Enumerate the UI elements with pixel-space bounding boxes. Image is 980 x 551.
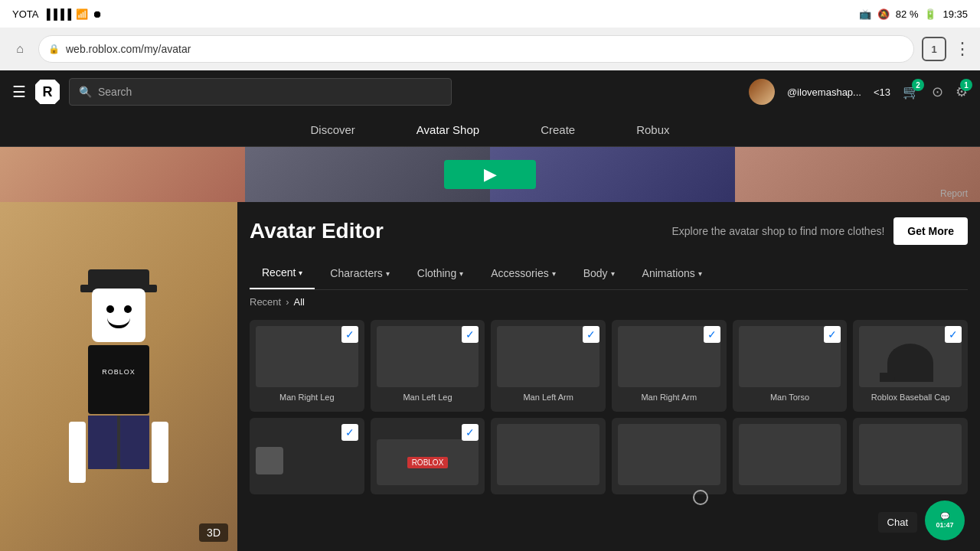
item-checkbox-r2-0[interactable]: ✓ [341, 424, 358, 441]
items-grid: ✓ Man Right Leg ✓ Man Left Leg ✓ Man Lef… [250, 320, 968, 412]
item-man-torso[interactable]: ✓ Man Torso [733, 320, 848, 412]
tab-animations[interactable]: Animations ▾ [630, 260, 714, 289]
browser-chrome: ⌂ 🔒 web.roblox.com/my/avatar 1 ⋮ [0, 28, 980, 70]
item-row2-4[interactable] [733, 418, 848, 494]
nav-create[interactable]: Create [541, 123, 575, 136]
item-checkbox-5[interactable]: ✓ [945, 326, 962, 343]
carrier-label: YOTA [12, 8, 38, 20]
avatar-character: ROBLOX [50, 269, 188, 484]
status-left: YOTA ▐▐▐▐ 📶 ⏺ [12, 8, 103, 20]
hamburger-menu[interactable]: ☰ [12, 83, 26, 101]
time-label: 19:35 [942, 8, 968, 20]
editor-panel: Avatar Editor Explore the avatar shop to… [237, 202, 980, 551]
chat-time: 01:47 [936, 521, 953, 529]
battery-icon: 🔋 [924, 8, 936, 20]
item-row2-1[interactable]: ✓ ROBLOX [371, 418, 485, 494]
play-button[interactable]: ▶ [444, 160, 536, 189]
item-label-3: Man Right Arm [618, 392, 720, 403]
tab-animations-label: Animations [642, 267, 695, 279]
explore-text: Explore the avatar shop to find more clo… [671, 225, 884, 237]
item-row2-2[interactable] [491, 418, 606, 494]
item-preview-r2-3 [618, 424, 720, 485]
item-row2-0[interactable]: ✓ [250, 418, 364, 494]
menu-dots-button[interactable]: ⋮ [954, 39, 971, 59]
item-checkbox-3[interactable]: ✓ [704, 326, 720, 343]
play-icon: ▶ [484, 165, 497, 184]
battery-label: 82 % [896, 8, 919, 20]
item-checkbox-r2-1[interactable]: ✓ [462, 424, 479, 441]
item-label-0: Man Right Leg [256, 392, 358, 403]
avatar-image [749, 79, 775, 105]
item-man-left-arm[interactable]: ✓ Man Left Arm [491, 320, 606, 412]
item-checkbox-0[interactable]: ✓ [341, 326, 358, 343]
status-bar: YOTA ▐▐▐▐ 📶 ⏺ 📺 🔕 82 % 🔋 19:35 [0, 0, 980, 28]
tab-recent-chevron: ▾ [299, 269, 302, 277]
face-smile [107, 318, 130, 328]
item-tag-r2-1: ROBLOX [407, 457, 449, 468]
item-preview-r2-5 [859, 424, 962, 485]
settings-badge: 1 [960, 79, 972, 91]
report-label[interactable]: Report [940, 188, 968, 199]
char-torso-wrapper: ROBLOX [50, 345, 188, 414]
user-avatar[interactable] [749, 79, 775, 105]
character-body: ROBLOX [88, 345, 149, 414]
cast-icon: 📺 [859, 8, 871, 20]
tab-characters-chevron: ▾ [386, 269, 390, 278]
char-arm-left [69, 422, 86, 483]
nav-robux[interactable]: Robux [636, 123, 669, 136]
item-man-left-leg[interactable]: ✓ Man Left Leg [371, 320, 485, 412]
tab-characters[interactable]: Characters ▾ [318, 260, 401, 289]
banner: ▶ Report [0, 147, 980, 202]
item-row2-5[interactable] [853, 418, 968, 494]
item-checkbox-2[interactable]: ✓ [583, 326, 599, 343]
face-eyes [92, 289, 145, 313]
settings-button[interactable]: ⚙ 1 [956, 83, 968, 100]
breadcrumb-parent[interactable]: Recent [250, 296, 281, 308]
item-baseball-cap[interactable]: ✓ Roblox Baseball Cap [853, 320, 968, 412]
address-bar[interactable]: 🔒 web.roblox.com/my/avatar [38, 35, 914, 63]
item-checkbox-1[interactable]: ✓ [462, 326, 479, 343]
avatar-panel: ROBLOX 3D [0, 202, 237, 551]
character-arms [69, 422, 168, 483]
tab-accessories[interactable]: Accessories ▾ [479, 260, 567, 289]
search-box[interactable]: 🔍 Search [69, 78, 452, 106]
username-label: @ilovemashap... [787, 86, 861, 98]
item-preview-r2-2 [497, 424, 599, 485]
editor-actions: Explore the avatar shop to find more clo… [671, 217, 968, 245]
tab-button[interactable]: 1 [922, 37, 946, 61]
tab-clothing[interactable]: Clothing ▾ [405, 260, 475, 289]
mute-icon: 🔕 [877, 8, 890, 20]
nav-avatar-shop[interactable]: Avatar Shop [416, 123, 479, 136]
face-eye-right [124, 305, 132, 313]
item-row2-3[interactable] [612, 418, 727, 494]
item-man-right-arm[interactable]: ✓ Man Right Arm [612, 320, 727, 412]
tab-recent-label: Recent [262, 266, 296, 279]
tab-recent[interactable]: Recent ▾ [250, 260, 315, 289]
body-logo: ROBLOX [88, 345, 149, 376]
get-more-button[interactable]: Get More [893, 217, 968, 245]
character-head [92, 289, 145, 342]
item-preview-r2-4 [739, 424, 841, 485]
nav-discover[interactable]: Discover [310, 123, 354, 136]
tab-clothing-label: Clothing [417, 267, 456, 279]
breadcrumb-current: All [294, 296, 305, 308]
chat-button[interactable]: 💬 01:47 [925, 500, 965, 540]
roblox-logo[interactable]: R [35, 80, 60, 104]
item-man-right-leg[interactable]: ✓ Man Right Leg [250, 320, 364, 412]
baseball-cap-icon [887, 344, 933, 382]
items-grid-row2: ✓ ✓ ROBLOX [250, 418, 968, 494]
search-placeholder: Search [98, 86, 132, 98]
nav-right: @ilovemashap... <13 🛒 2 ⊙ ⚙ 1 [749, 79, 968, 105]
chat-tooltip-label: Chat [887, 517, 908, 528]
signal-icon: ▐▐▐▐ [43, 8, 71, 20]
tab-body[interactable]: Body ▾ [571, 260, 627, 289]
char-arm-right [152, 422, 168, 483]
banner-image-left [0, 147, 245, 202]
item-label-1: Man Left Leg [377, 392, 479, 403]
notifications-button[interactable]: 🛒 2 [903, 83, 920, 100]
item-checkbox-4[interactable]: ✓ [824, 326, 841, 343]
face-eye-left [106, 305, 114, 313]
home-button[interactable]: ⌂ [9, 38, 31, 60]
robux-icon[interactable]: ⊙ [932, 83, 943, 100]
robux-count: <13 [874, 86, 890, 98]
